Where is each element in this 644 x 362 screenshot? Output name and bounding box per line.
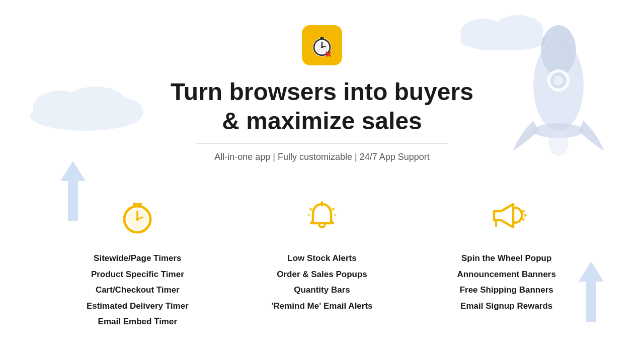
stopwatch-logo-icon bbox=[309, 32, 335, 58]
feature-item: Quantity Bars bbox=[271, 284, 372, 297]
svg-rect-31 bbox=[135, 203, 139, 206]
marketing-feature-list: Spin the Wheel Popup Announcement Banner… bbox=[457, 252, 555, 312]
svg-point-35 bbox=[309, 208, 312, 211]
svg-point-33 bbox=[139, 203, 142, 206]
svg-point-43 bbox=[524, 214, 527, 217]
svg-point-39 bbox=[311, 219, 313, 221]
svg-point-30 bbox=[136, 218, 139, 221]
svg-rect-23 bbox=[320, 37, 324, 39]
svg-point-37 bbox=[308, 214, 310, 217]
feature-item: Email Signup Rewards bbox=[457, 300, 555, 313]
feature-item: Spin the Wheel Popup bbox=[457, 252, 555, 265]
timers-icon bbox=[115, 193, 160, 238]
feature-item: Estimated Delivery Timer bbox=[87, 300, 189, 313]
headline-divider bbox=[196, 143, 448, 144]
svg-point-44 bbox=[522, 218, 525, 221]
feature-item: Free Shipping Banners bbox=[457, 284, 555, 297]
features-row: Sitewide/Page Timers Product Specific Ti… bbox=[45, 193, 599, 328]
svg-point-22 bbox=[321, 46, 323, 48]
svg-point-36 bbox=[332, 208, 335, 211]
feature-item: Product Specific Timer bbox=[87, 268, 189, 281]
svg-point-32 bbox=[133, 203, 136, 206]
svg-point-38 bbox=[334, 214, 337, 217]
svg-point-40 bbox=[331, 219, 333, 221]
feature-item: Low Stock Alerts bbox=[271, 252, 372, 265]
alerts-icon bbox=[299, 193, 345, 238]
feature-col-marketing: Spin the Wheel Popup Announcement Banner… bbox=[414, 193, 599, 328]
main-content: Turn browsers into buyers & maximize sal… bbox=[0, 0, 644, 328]
timers-feature-list: Sitewide/Page Timers Product Specific Ti… bbox=[87, 252, 189, 328]
app-logo bbox=[302, 25, 342, 65]
feature-item: 'Remind Me' Email Alerts bbox=[271, 300, 372, 313]
feature-item: Cart/Checkout Timer bbox=[87, 284, 189, 297]
feature-item: Order & Sales Popups bbox=[271, 268, 372, 281]
feature-col-timers: Sitewide/Page Timers Product Specific Ti… bbox=[45, 193, 230, 328]
subheadline: All-in-one app | Fully customizable | 24… bbox=[214, 152, 430, 162]
svg-point-42 bbox=[522, 210, 525, 213]
main-headline: Turn browsers into buyers & maximize sal… bbox=[171, 77, 473, 135]
feature-item: Email Embed Timer bbox=[87, 315, 189, 328]
feature-item: Sitewide/Page Timers bbox=[87, 252, 189, 265]
feature-item: Announcement Banners bbox=[457, 268, 555, 281]
alerts-feature-list: Low Stock Alerts Order & Sales Popups Qu… bbox=[271, 252, 372, 312]
marketing-icon bbox=[484, 193, 529, 238]
feature-col-alerts: Low Stock Alerts Order & Sales Popups Qu… bbox=[230, 193, 415, 328]
